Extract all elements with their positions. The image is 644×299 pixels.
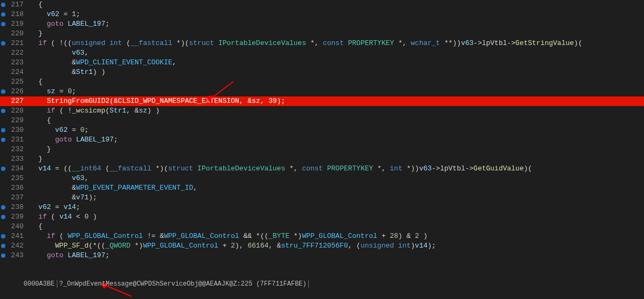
code-line[interactable]: 242 WPP_SF_d(*((_QWORD *)WPP_GLOBAL_Cont… (0, 241, 644, 251)
breakpoint-icon (1, 205, 5, 210)
breakpoint-gutter[interactable] (0, 12, 6, 17)
code-content[interactable]: } (28, 29, 644, 39)
code-line[interactable]: 227 StringFromGUID2(&CLSID_WPD_NAMESPACE… (0, 96, 644, 106)
breakpoint-gutter[interactable] (0, 99, 6, 103)
line-number: 218 (6, 10, 28, 19)
breakpoint-gutter[interactable] (0, 22, 6, 26)
code-line[interactable]: 234 v14 = ((__int64 (__fastcall *)(struc… (0, 164, 644, 174)
code-content[interactable]: if ( WPP_GLOBAL_Control != &WPP_GLOBAL_C… (28, 231, 644, 241)
code-line[interactable]: 219 goto LABEL_197; (0, 19, 644, 29)
code-content[interactable]: &v71); (28, 193, 644, 203)
code-line[interactable]: 231 goto LABEL_197; (0, 135, 644, 145)
code-line[interactable]: 217 { (0, 0, 644, 10)
code-content[interactable]: StringFromGUID2(&CLSID_WPD_NAMESPACE_EXT… (28, 96, 644, 106)
code-content[interactable]: { (28, 222, 644, 231)
breakpoint-icon (1, 89, 5, 94)
code-content[interactable]: goto LABEL_197; (28, 19, 644, 29)
code-line[interactable]: 243 goto LABEL_197; (0, 251, 644, 260)
code-line[interactable]: 218 v62 = 1; (0, 10, 644, 19)
line-number: 219 (6, 19, 28, 29)
code-content[interactable]: goto LABEL_197; (28, 135, 644, 145)
code-content[interactable]: if ( v14 < 0 ) (28, 212, 644, 222)
breakpoint-gutter[interactable] (0, 244, 6, 248)
breakpoint-icon (1, 109, 5, 113)
breakpoint-gutter[interactable] (0, 89, 6, 94)
breakpoint-icon (1, 128, 5, 132)
line-number: 226 (6, 87, 28, 96)
line-number: 234 (6, 164, 28, 174)
breakpoint-gutter[interactable] (0, 215, 6, 219)
code-content[interactable]: { (28, 77, 644, 87)
code-content[interactable]: v62 = v14; (28, 203, 644, 212)
status-location: ?_OnWpdEventMessage@CWPDShServiceObj@@AE… (57, 280, 309, 288)
breakpoint-gutter[interactable] (0, 253, 6, 258)
code-line[interactable]: 221 if ( !((unsigned int (__fastcall *)(… (0, 39, 644, 48)
status-offset: 0000A3BE (21, 280, 57, 288)
code-line[interactable]: 220 } (0, 29, 644, 39)
code-line[interactable]: 229 { (0, 116, 644, 125)
code-content[interactable]: { (28, 116, 644, 125)
breakpoint-gutter[interactable] (0, 234, 6, 238)
code-content[interactable]: sz = 0; (28, 87, 644, 96)
line-number: 239 (6, 212, 28, 222)
code-line[interactable]: 235 v63, (0, 174, 644, 183)
code-line[interactable]: 225 { (0, 77, 644, 87)
breakpoint-gutter[interactable] (0, 167, 6, 171)
code-line[interactable]: 230 v62 = 0; (0, 125, 644, 135)
code-line[interactable]: 237 &v71); (0, 193, 644, 203)
code-content[interactable]: v63, (28, 174, 644, 183)
code-line[interactable]: 223 &WPD_CLIENT_EVENT_COOKIE, (0, 58, 644, 68)
line-number: 229 (6, 116, 28, 125)
code-line[interactable]: 232 } (0, 145, 644, 154)
breakpoint-gutter[interactable] (0, 128, 6, 132)
code-content[interactable]: if ( !((unsigned int (__fastcall *)(stru… (28, 39, 644, 48)
breakpoint-gutter[interactable] (0, 205, 6, 210)
line-number: 221 (6, 39, 28, 48)
code-content[interactable]: &WPD_EVENT_PARAMETER_EVENT_ID, (28, 183, 644, 193)
code-content[interactable]: &WPD_CLIENT_EVENT_COOKIE, (28, 58, 644, 68)
breakpoint-icon (1, 244, 5, 248)
status-edit-caret[interactable] (309, 280, 314, 288)
code-editor[interactable]: 217 {218 v62 = 1;219 goto LABEL_197;220 … (0, 0, 644, 279)
code-line[interactable]: 240 { (0, 222, 644, 231)
code-line[interactable]: 222 v63, (0, 48, 644, 58)
line-number: 241 (6, 231, 28, 241)
line-number: 232 (6, 145, 28, 154)
breakpoint-gutter[interactable] (0, 109, 6, 113)
line-number: 223 (6, 58, 28, 68)
breakpoint-icon (1, 22, 5, 26)
code-line[interactable]: 226 sz = 0; (0, 87, 644, 96)
code-line[interactable]: 239 if ( v14 < 0 ) (0, 212, 644, 222)
breakpoint-icon (1, 41, 5, 46)
line-number: 238 (6, 203, 28, 212)
line-number: 222 (6, 48, 28, 58)
code-content[interactable]: v14 = ((__int64 (__fastcall *)(struct IP… (28, 164, 644, 174)
status-bar: 0000A3BE ?_OnWpdEventMessage@CWPDShServi… (0, 279, 644, 289)
breakpoint-gutter[interactable] (0, 3, 6, 7)
code-content[interactable]: if ( !_wcsicmp(Str1, &sz) ) (28, 106, 644, 116)
code-content[interactable]: { (28, 0, 644, 10)
line-number: 237 (6, 193, 28, 203)
code-content[interactable]: WPP_SF_d(*((_QWORD *)WPP_GLOBAL_Control … (28, 241, 644, 251)
code-content[interactable]: v62 = 0; (28, 125, 644, 135)
breakpoint-icon (1, 138, 5, 142)
code-content[interactable]: v62 = 1; (28, 10, 644, 19)
line-number: 235 (6, 174, 28, 183)
code-content[interactable]: } (28, 145, 644, 154)
code-content[interactable]: v63, (28, 48, 644, 58)
code-line[interactable]: 228 if ( !_wcsicmp(Str1, &sz) ) (0, 106, 644, 116)
line-number: 233 (6, 154, 28, 164)
code-line[interactable]: 238 v62 = v14; (0, 203, 644, 212)
line-number: 217 (6, 0, 28, 10)
breakpoint-active-icon (1, 99, 5, 103)
code-content[interactable]: &Str1) ) (28, 68, 644, 77)
breakpoint-icon (1, 167, 5, 171)
breakpoint-gutter[interactable] (0, 41, 6, 46)
code-line[interactable]: 236 &WPD_EVENT_PARAMETER_EVENT_ID, (0, 183, 644, 193)
code-line[interactable]: 224 &Str1) ) (0, 68, 644, 77)
code-content[interactable]: goto LABEL_197; (28, 251, 644, 260)
code-content[interactable]: } (28, 154, 644, 164)
code-line[interactable]: 241 if ( WPP_GLOBAL_Control != &WPP_GLOB… (0, 231, 644, 241)
breakpoint-gutter[interactable] (0, 138, 6, 142)
code-line[interactable]: 233 } (0, 154, 644, 164)
